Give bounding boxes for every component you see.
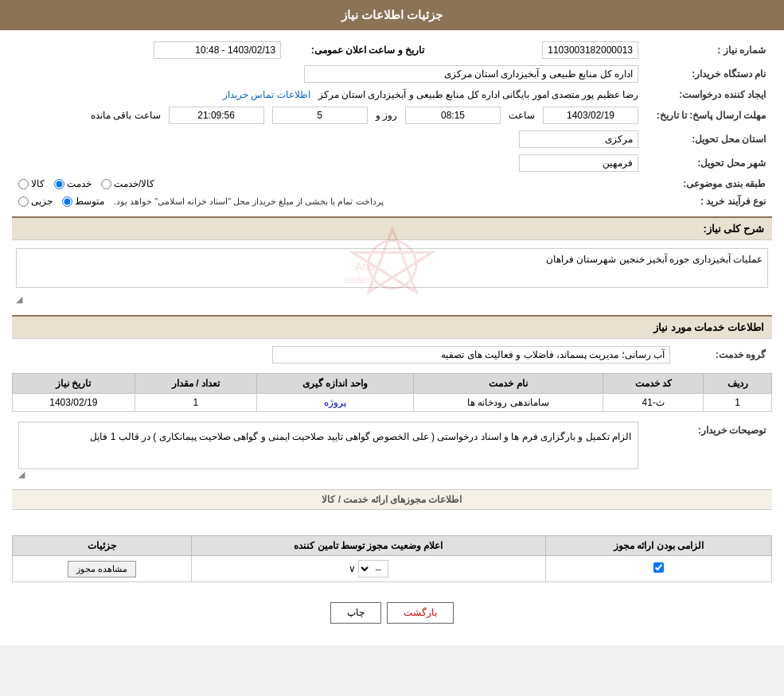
buyer-notes-table: توصیحات خریدار: الزام تکمیل و بارگزاری ف… xyxy=(12,418,772,483)
creator-name: رضا عظیم پور متصدی امور بایگانی اداره کل… xyxy=(318,89,638,100)
province-field: مرکزی xyxy=(519,130,638,148)
permit-col-status: اعلام وضعیت مجوز توسط تامین کننده xyxy=(191,536,545,556)
creator-value: رضا عظیم پور متصدی امور بایگانی اداره کل… xyxy=(12,86,645,103)
need-description-container: Ana Tender عملیات آبخیزداری حوزه آبخیز خ… xyxy=(12,244,772,294)
row-number: 1 xyxy=(704,394,772,412)
medium-label: متوسط xyxy=(75,196,104,207)
row-date: 1403/02/19 xyxy=(13,394,135,412)
services-table: ردیف کد خدمت نام خدمت واحد اندازه گیری ت… xyxy=(12,373,772,412)
basic-info-table: شماره نیاز : 1103003182000013 تاریخ و سا… xyxy=(12,38,772,210)
permits-title-text: اطلاعات مجوزهای ارائه خدمت / کالا xyxy=(322,494,462,505)
creator-contact-link[interactable]: اطلاعات تماس خریدار xyxy=(223,89,310,100)
table-row: 1 ث-41 ساماندهی رودخانه ها پروژه 1 1403/… xyxy=(13,394,772,412)
permit-col-required: الزامی بودن ارائه مجوز xyxy=(545,536,771,556)
row-code: ث-41 xyxy=(603,394,704,412)
category-khidmat[interactable]: خدمت xyxy=(54,178,92,189)
purchase-type-value: پرداخت تمام یا بخشی از مبلغ خریداز محل "… xyxy=(12,192,645,210)
buyer-org-value: اداره کل منابع طبیعی و آبخیزداری استان م… xyxy=(12,62,645,86)
city-value: فرمهین xyxy=(12,151,645,175)
province-value: مرکزی xyxy=(12,127,645,151)
purchase-type-medium[interactable]: متوسط xyxy=(62,196,104,207)
deadline-remaining-time: 21:09:56 xyxy=(169,107,264,124)
print-button[interactable]: چاپ xyxy=(330,602,381,624)
small-label: جزیی xyxy=(31,196,53,207)
service-group-table: گروه خدمت: آب رسانی؛ مدیریت پسماند، فاضل… xyxy=(12,343,772,367)
deadline-days: 5 xyxy=(272,107,368,124)
row-service-name: ساماندهی رودخانه ها xyxy=(413,394,603,412)
permit-required-checkbox[interactable] xyxy=(653,562,664,573)
permit-dropdown-icon: ∨ xyxy=(349,563,356,574)
announcement-date-label: تاریخ و ساعت اعلان عمومی: xyxy=(287,38,431,62)
city-label: شهر محل تحویل: xyxy=(645,151,772,175)
need-number-label: شماره نیاز : xyxy=(645,38,772,62)
col-row: ردیف xyxy=(704,374,772,394)
category-kala[interactable]: کالا xyxy=(18,178,45,189)
deadline-label: مهلت ارسال پاسخ: تا تاریخ: xyxy=(645,103,772,127)
service-group-value: آب رسانی؛ مدیریت پسماند، فاضلاب و فعالیت… xyxy=(12,343,677,367)
page-title: جزئیات اطلاعات نیاز xyxy=(341,8,443,21)
col-unit: واحد اندازه گیری xyxy=(257,374,414,394)
kala-khidmat-label: کالا/خدمت xyxy=(114,178,154,189)
permit-status-select[interactable]: -- xyxy=(358,560,388,577)
category-value: کالا/خدمت خدمت کالا xyxy=(12,175,645,192)
province-label: استان محل تحویل: xyxy=(645,127,772,151)
time-label: ساعت xyxy=(509,110,535,121)
page-wrapper: جزئیات اطلاعات نیاز شماره نیاز : 1103003… xyxy=(0,0,784,645)
category-kala-khidmat[interactable]: کالا/خدمت xyxy=(101,178,154,189)
service-info-label: اطلاعات خدمات مورد نیاز xyxy=(653,321,764,333)
deadline-date: 1403/02/19 xyxy=(543,107,638,124)
purchase-medium-radio[interactable] xyxy=(62,196,72,207)
purchase-small-radio[interactable] xyxy=(18,196,29,207)
need-description-section-title: شرح کلی نیاز: xyxy=(12,216,772,240)
need-description-label: شرح کلی نیاز: xyxy=(703,223,764,235)
creator-label: ایجاد کننده درخواست: xyxy=(645,86,772,103)
purchase-type-label: نوع فرآیند خرید : xyxy=(645,192,772,210)
col-name: نام خدمت xyxy=(413,374,603,394)
permit-status-cell: -- ∨ xyxy=(191,556,545,582)
category-khidmat-radio[interactable] xyxy=(54,179,64,189)
permit-row: -- ∨ مشاهده مجوز xyxy=(13,556,772,582)
service-group-field: آب رسانی؛ مدیریت پسماند، فاضلاب و فعالیت… xyxy=(272,346,670,364)
buyer-org-label: نام دستگاه خریدار: xyxy=(645,62,772,86)
announcement-date-value: 1403/02/13 - 10:48 xyxy=(12,38,287,62)
kala-label: کالا xyxy=(31,178,45,189)
permit-details-cell: مشاهده مجوز xyxy=(13,556,192,582)
notes-resize-indicator: ◢ xyxy=(18,469,638,480)
buyer-notes-value: الزام تکمیل و بارگزاری فرم ها و اسناد در… xyxy=(12,418,645,483)
buyer-notes-label: توصیحات خریدار: xyxy=(645,418,772,483)
purchase-note: پرداخت تمام یا بخشی از مبلغ خریداز محل "… xyxy=(114,196,384,207)
col-quantity: تعداد / مقدار xyxy=(135,374,256,394)
category-kala-radio[interactable] xyxy=(18,179,29,189)
permits-table: الزامی بودن ارائه مجوز اعلام وضعیت مجوز … xyxy=(12,535,772,582)
page-header: جزئیات اطلاعات نیاز xyxy=(0,0,784,30)
buyer-notes-content: الزام تکمیل و بارگزاری فرم ها و اسناد در… xyxy=(18,422,638,469)
category-label: طبقه بندی موضوعی: xyxy=(645,175,772,192)
purchase-type-small[interactable]: جزیی xyxy=(18,196,53,207)
col-code: کد خدمت xyxy=(603,374,704,394)
remaining-label: ساعت باقی مانده xyxy=(91,110,161,121)
city-field: فرمهین xyxy=(519,154,638,172)
buyer-org-field: اداره کل منابع طبیعی و آبخیزداری استان م… xyxy=(304,65,638,83)
row-unit: پروژه xyxy=(257,394,414,412)
back-button[interactable]: بازگشت xyxy=(387,602,454,624)
days-label: روز و xyxy=(376,110,397,121)
need-number-field: 1103003182000013 xyxy=(542,41,638,59)
service-info-section-title: اطلاعات خدمات مورد نیاز xyxy=(12,315,772,339)
permits-spacer xyxy=(12,510,772,529)
announcement-date-field: 1403/02/13 - 10:48 xyxy=(154,41,281,59)
permit-col-details: جزئیات xyxy=(13,536,192,556)
col-date: تاریخ نیاز xyxy=(13,374,135,394)
row-quantity: 1 xyxy=(135,394,256,412)
deadline-time: 08:15 xyxy=(405,107,501,124)
view-permit-button[interactable]: مشاهده مجوز xyxy=(68,561,136,577)
main-content: شماره نیاز : 1103003182000013 تاریخ و سا… xyxy=(0,30,784,645)
permits-section-title: اطلاعات مجوزهای ارائه خدمت / کالا xyxy=(12,489,772,510)
action-buttons: بازگشت چاپ xyxy=(12,589,772,637)
khidmat-label: خدمت xyxy=(67,178,92,189)
permit-required-cell xyxy=(545,556,771,582)
deadline-row: 1403/02/19 ساعت 08:15 روز و 5 21:09:56 س… xyxy=(12,103,645,127)
need-description-textarea[interactable]: عملیات آبخیزداری حوزه آبخیز خنجین شهرستا… xyxy=(16,248,768,288)
category-kala-khidmat-radio[interactable] xyxy=(101,179,111,189)
service-group-label: گروه خدمت: xyxy=(677,343,772,367)
resize-indicator: ◢ xyxy=(12,294,772,309)
